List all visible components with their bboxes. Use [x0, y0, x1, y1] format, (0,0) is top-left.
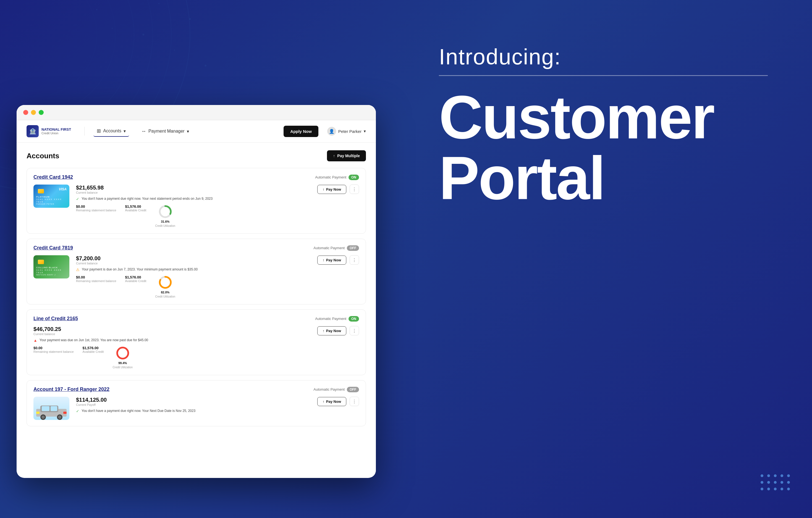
card-body-0: VISA Platinum 3241 XXXX XXXX 7819 PARKER… — [33, 185, 359, 227]
available-credit-stat-0: $1,576.00 Available Credit — [125, 205, 146, 227]
browser-maximize-dot[interactable] — [39, 110, 44, 115]
pay-now-icon-3: ↑ — [322, 399, 324, 404]
pay-now-button-1[interactable]: ↑ Pay Now — [317, 255, 346, 265]
auto-payment-toggle-0[interactable]: ON — [349, 175, 359, 180]
svg-point-13 — [174, 50, 175, 51]
card-title-0[interactable]: Credit Card 1942 — [33, 174, 73, 180]
credit-card-visual-0: VISA Platinum 3241 XXXX XXXX 7819 PARKER… — [33, 185, 69, 208]
pay-now-button-0[interactable]: ↑ Pay Now — [317, 185, 346, 194]
nav-user[interactable]: 👤 Peter Parker ▾ — [327, 127, 366, 135]
card-header-3: Account 197 - Ford Ranger 2022 Automatic… — [33, 387, 359, 392]
svg-point-20 — [117, 347, 128, 359]
app-content: 🏦 NATIONAL FIRST Credit Union ⊞ Accounts… — [17, 120, 376, 477]
auto-payment-0: Automatic Payment ON — [315, 175, 359, 180]
card-header-2: Line of Credit 2165 Automatic Payment ON — [33, 316, 359, 322]
browser-chrome — [17, 105, 376, 120]
pay-now-button-2[interactable]: ↑ Pay Now — [317, 326, 346, 335]
auto-payment-toggle-1[interactable]: OFF — [347, 245, 359, 251]
account-card-3: Account 197 - Ford Ranger 2022 Automatic… — [27, 380, 366, 426]
page-title: Accounts — [27, 152, 59, 160]
user-avatar-icon: 👤 — [327, 127, 336, 135]
dot-grid-decoration — [761, 474, 790, 490]
card-header-0: Credit Card 1942 Automatic Payment ON — [33, 174, 359, 180]
card-body-1: Collins Black 3241 XXXX 4XXX 7819 WATSON… — [33, 255, 359, 298]
card-stats-1: $0.00 Remaining statement balance $1,576… — [76, 275, 311, 298]
balance-amount-0: $21,655.98 — [76, 185, 311, 191]
more-options-button-2[interactable]: ⋮ — [350, 326, 359, 335]
upload-icon: ↑ — [333, 154, 335, 158]
card-chip-0 — [38, 189, 44, 193]
status-row-0: ✓ You don't have a payment due right now… — [76, 196, 311, 201]
status-icon-0: ✓ — [76, 197, 79, 201]
card-actions-3: ↑ Pay Now ⋮ — [317, 397, 359, 406]
card-stats-2: $0.00 Remaining statement balance $1,576… — [33, 346, 311, 369]
more-options-button-0[interactable]: ⋮ — [350, 185, 359, 194]
balance-amount-3: $114,125.00 — [76, 397, 311, 403]
svg-point-4 — [0, 0, 116, 116]
intro-title: Customer Portal — [439, 87, 768, 209]
available-credit-stat-1: $1,576.00 Available Credit — [125, 275, 146, 298]
pay-now-icon-1: ↑ — [322, 258, 324, 262]
utilization-donut-1: 82.0% Credit Utilization — [155, 275, 175, 298]
card-info-2: $46,700.25 Current balance ▲ Your paymen… — [33, 326, 311, 369]
account-card-1: Credit Card 7819 Automatic Payment OFF C… — [27, 239, 366, 304]
card-title-1[interactable]: Credit Card 7819 — [33, 245, 73, 251]
svg-rect-24 — [51, 406, 57, 411]
auto-payment-toggle-3[interactable]: OFF — [347, 387, 359, 392]
credit-card-visual-1: Collins Black 3241 XXXX 4XXX 7819 WATSON… — [33, 255, 69, 278]
svg-point-9 — [158, 3, 160, 4]
card-chip-1 — [38, 260, 44, 264]
card-title-2[interactable]: Line of Credit 2165 — [33, 316, 78, 322]
logo-icon: 🏦 — [27, 125, 39, 137]
nav-accounts[interactable]: ⊞ Accounts ▾ — [93, 126, 129, 137]
card-header-1: Credit Card 7819 Automatic Payment OFF — [33, 245, 359, 251]
more-options-button-1[interactable]: ⋮ — [350, 255, 359, 265]
status-text-0: You don't have a payment due right now. … — [82, 196, 212, 201]
visa-logo-0: VISA — [59, 187, 67, 191]
svg-point-14 — [205, 65, 206, 67]
account-card-0: Credit Card 1942 Automatic Payment ON VI… — [27, 168, 366, 234]
balance-label-0: Current balance — [76, 191, 311, 194]
svg-point-26 — [41, 416, 45, 419]
auto-payment-3: Automatic Payment OFF — [313, 387, 359, 392]
status-text-2: Your payment was due on Jun 1st, 2023. Y… — [39, 338, 148, 342]
browser-minimize-dot[interactable] — [31, 110, 36, 115]
balance-amount-2: $46,700.25 — [33, 326, 311, 332]
main-content: Accounts ↑ Pay Multiple Credit Card 1942… — [17, 143, 376, 439]
status-text-1: Your payment is due on Jun 7, 2023. Your… — [82, 267, 198, 272]
svg-point-7 — [96, 9, 97, 10]
balance-label-2: Current balance — [33, 332, 311, 336]
nav-payment-manager[interactable]: ↔ Payment Manager ▾ — [138, 126, 192, 136]
available-credit-stat-2: $1,576.00 Available Credit — [83, 346, 104, 369]
more-options-button-3[interactable]: ⋮ — [350, 397, 359, 406]
card-body-2: $46,700.25 Current balance ▲ Your paymen… — [33, 326, 359, 369]
card-info-0: $21,655.98 Current balance ✓ You don't h… — [76, 185, 311, 227]
auto-payment-2: Automatic Payment ON — [315, 316, 359, 322]
apply-now-button[interactable]: Apply Now — [284, 126, 318, 137]
browser-close-dot[interactable] — [23, 110, 28, 115]
pay-now-button-3[interactable]: ↑ Pay Now — [317, 397, 346, 406]
remaining-stat-0: $0.00 Remaining statement balance — [76, 205, 116, 227]
intro-label: Introducing: — [439, 44, 768, 70]
utilization-donut-0: 31.6% Credit Utilization — [155, 205, 175, 227]
card-info-3: $114,125.00 Current Payoff ✓ You don't h… — [76, 397, 311, 417]
remaining-stat-1: $0.00 Remaining statement balance — [76, 275, 116, 298]
card-actions-0: ↑ Pay Now ⋮ — [317, 185, 359, 194]
svg-point-11 — [142, 34, 144, 36]
donut-chart-1 — [158, 275, 172, 290]
status-row-2: ▲ Your payment was due on Jun 1st, 2023.… — [33, 338, 311, 342]
logo-text: NATIONAL FIRST Credit Union — [41, 128, 71, 135]
car-image — [33, 397, 69, 420]
intro-section: Introducing: Customer Portal — [417, 22, 790, 231]
donut-chart-0 — [158, 205, 172, 219]
remaining-stat-2: $0.00 Remaining statement balance — [33, 346, 74, 369]
status-row-3: ✓ You don't have a payment due right now… — [76, 408, 311, 413]
utilization-donut-2: 99.4% Credit Utilization — [113, 346, 133, 369]
pay-multiple-button[interactable]: ↑ Pay Multiple — [327, 150, 366, 161]
card-info-1: $7,200.00 Current balance ⚠ Your payment… — [76, 255, 311, 298]
svg-rect-29 — [36, 412, 39, 414]
svg-point-10 — [112, 28, 113, 29]
auto-payment-toggle-2[interactable]: ON — [349, 316, 359, 322]
card-actions-1: ↑ Pay Now ⋮ — [317, 255, 359, 265]
card-title-3[interactable]: Account 197 - Ford Ranger 2022 — [33, 387, 110, 392]
